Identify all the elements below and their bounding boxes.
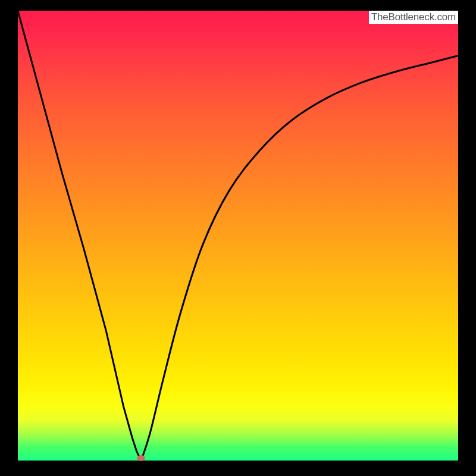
minimum-marker xyxy=(137,455,145,461)
bottleneck-curve-path xyxy=(18,11,458,461)
chart-frame: TheBottleneck.com xyxy=(0,0,476,476)
bottleneck-curve-svg xyxy=(18,11,458,461)
plot-area: TheBottleneck.com xyxy=(18,11,458,461)
